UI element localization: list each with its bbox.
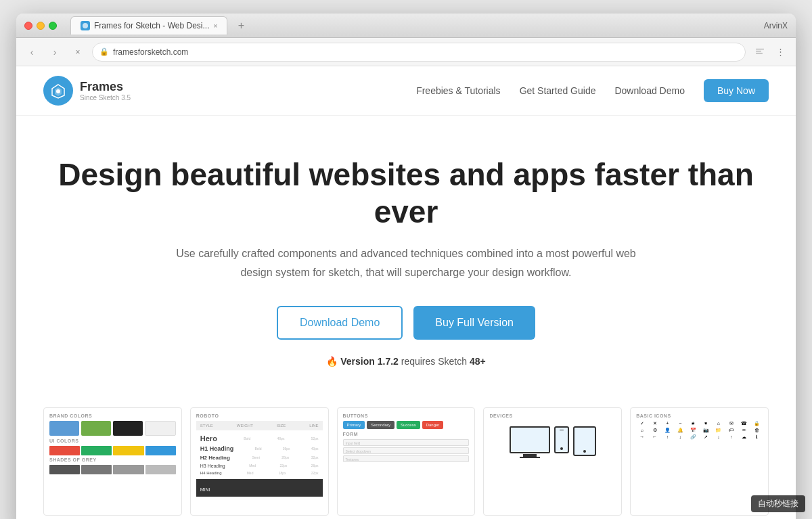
type-h4-row: H4 Heading Med18px22px [196,470,323,476]
icon-search: ⌕ [636,428,648,433]
type-hero-row: Hero Bold48px52px [196,433,323,444]
color-blue [145,446,176,455]
reload-close-button[interactable]: × [69,43,87,61]
card-devices-label: DEVICES [489,413,616,418]
svg-point-0 [83,23,88,28]
logo-icon [43,76,73,106]
devices-preview [489,421,616,464]
nav-buy-button[interactable]: Buy Now [704,79,769,102]
grey-1 [49,465,80,474]
icon-arrow-right: → [636,434,648,440]
svg-rect-2 [756,51,761,51]
version-info: 🔥 Version 1.7.2 requires Sketch 48+ [43,356,769,367]
card-ui-colors-label: UI COLORS [49,438,176,443]
version-suffix: requires Sketch [401,356,470,367]
grey-4 [145,465,176,474]
icon-arrow-down: ↓ [675,434,686,440]
svg-point-6 [56,89,60,93]
color-black [113,421,143,436]
title-bar: Frames for Sketch - Web Desi... × + Arvi… [16,14,796,38]
nav-download-link[interactable]: Download Demo [614,85,685,96]
watermark: 自动秒链接 [751,495,805,512]
icon-check: ✓ [636,421,648,426]
close-window-button[interactable] [24,22,32,30]
icon-lock: 🔒 [751,421,763,426]
btn-preview-primary: Primary [343,421,365,429]
logo-sub: Since Sketch 3.5 [80,94,131,101]
icon-arrow-left: ← [649,434,660,440]
icon-mail: ✉ [725,421,737,426]
more-button[interactable]: ⋮ [771,43,789,61]
icon-home: ⌂ [713,421,724,426]
icon-tag: 🏷 [725,428,737,433]
toolbar-actions: ⋮ [751,43,789,61]
icon-x: ✕ [649,421,660,426]
tab-favicon [81,21,90,30]
color-yellow [113,446,143,455]
hero-title: Design beautiful websites and apps faste… [43,156,769,231]
browser-tab[interactable]: Frames for Sketch - Web Desi... × [70,16,227,35]
icon-phone: ☎ [738,421,750,426]
hero-buttons: Download Demo Buy Full Version [43,306,769,340]
icon-camera: 📷 [700,428,712,433]
btn-preview-success: Success [397,421,420,429]
translate-button[interactable] [751,43,769,61]
preview-card-devices: DEVICES [483,407,622,516]
globe-icon: 🔒 [99,47,109,56]
nav-guide-link[interactable]: Get Started Guide [520,85,596,96]
color-red [49,446,80,455]
minimize-window-button[interactable] [37,22,45,30]
btn-preview-secondary: Secondary [367,421,394,429]
icon-share: ↗ [700,434,712,440]
grey-3 [113,465,143,474]
icon-folder: 📁 [713,428,724,433]
card-icons-label: BASIC ICONS [636,413,763,418]
card-font-label: ROBOTO [196,413,323,418]
hero-buy-full-button[interactable]: Buy Full Version [413,306,535,340]
nav-links: Freebies & Tutorials Get Started Guide D… [416,79,769,102]
tab-bar: Frames for Sketch - Web Desi... × + [70,16,764,35]
logo-area: Frames Since Sketch 3.5 [43,76,131,106]
back-button[interactable]: ‹ [23,43,41,61]
svg-rect-3 [756,53,763,53]
type-h1-row: H1 Heading Bold36px40px [196,444,323,453]
icon-info: ℹ [751,434,763,440]
type-header: STYLEWEIGHTSIZELINE [196,421,323,430]
device-monitor [510,426,550,458]
device-phone [554,426,569,458]
tab-title: Frames for Sketch - Web Desi... [94,21,210,30]
preview-card-icons: BASIC ICONS ✓ ✕ + − ★ ♥ ⌂ ✉ ☎ 🔒 ⌕ [630,407,769,516]
logo-text: Frames Since Sketch 3.5 [80,80,131,101]
svg-rect-1 [756,49,764,49]
icon-upload: ↑ [725,434,737,440]
preview-section: BRAND COLORS UI COLORS SHADES OF [16,394,796,516]
icon-calendar: 📅 [687,428,699,433]
icon-plus: + [662,421,673,426]
new-tab-button[interactable]: + [233,18,249,34]
type-dark-section: MINI [196,479,323,497]
maximize-window-button[interactable] [49,22,57,30]
website-content: Frames Since Sketch 3.5 Freebies & Tutor… [16,66,796,519]
icon-arrow-up: ↑ [662,434,673,440]
icon-minus: − [675,421,686,426]
url-text: framesforsketch.com [113,47,188,57]
version-emoji: 🔥 [326,356,338,367]
card-brand-colors-label: BRAND COLORS [49,413,176,418]
address-bar[interactable]: 🔒 framesforsketch.com [92,43,746,62]
card-form-label: FORM [343,432,470,436]
device-tablet [573,426,596,458]
tab-close-button[interactable]: × [214,22,218,30]
user-label: ArvinX [764,21,788,30]
card-greys-label: SHADES OF GREY [49,457,176,462]
hero-download-demo-button[interactable]: Download Demo [277,306,403,340]
preview-card-typography: ROBOTO STYLEWEIGHTSIZELINE Hero Bold48px… [190,407,329,516]
nav-freebies-link[interactable]: Freebies & Tutorials [416,85,501,96]
icon-star: ★ [687,421,699,426]
forward-button[interactable]: › [46,43,64,61]
logo-name: Frames [80,80,131,94]
form-preview: Input field Select dropdown Textarea [343,439,470,462]
color-green [81,446,112,455]
color-secondary [81,421,111,436]
grey-2 [81,465,112,474]
traffic-lights [24,22,57,30]
